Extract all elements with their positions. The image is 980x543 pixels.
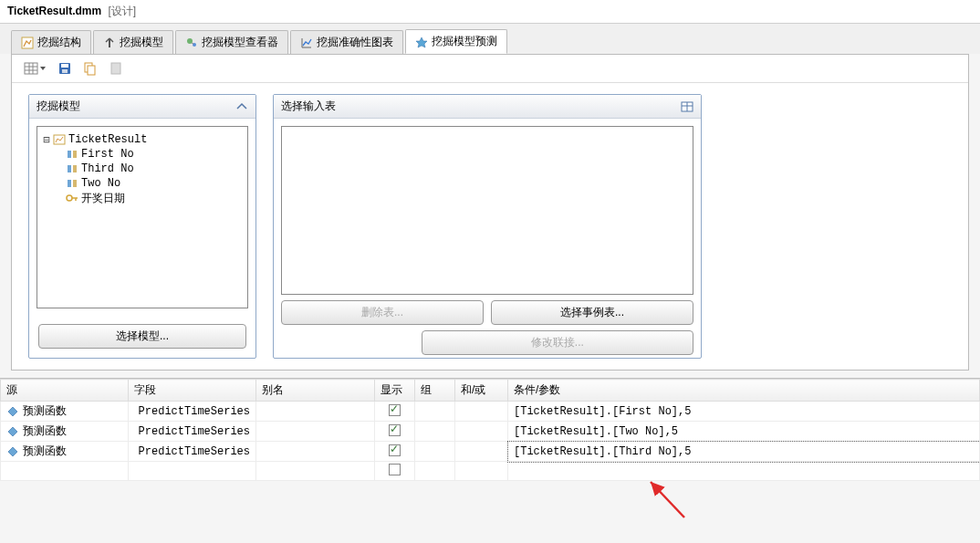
copy-button[interactable] bbox=[81, 60, 99, 77]
svg-rect-18 bbox=[68, 151, 71, 158]
collapse-icon[interactable] bbox=[235, 101, 248, 112]
criteria-cell[interactable]: [TicketResult].[First No],5 bbox=[508, 402, 980, 422]
window-title: TicketResult.dmm bbox=[7, 5, 101, 17]
alias-cell[interactable] bbox=[256, 422, 375, 442]
doc-icon bbox=[109, 61, 122, 76]
field-cell[interactable]: fPredictTimeSeries bbox=[134, 445, 250, 458]
criteria-cell[interactable]: [TicketResult].[Two No],5 bbox=[508, 422, 980, 442]
tree-item[interactable]: Third No bbox=[41, 162, 244, 176]
andor-cell[interactable] bbox=[455, 442, 508, 462]
source-cell[interactable]: 预测函数 bbox=[6, 444, 122, 459]
col-source[interactable]: 源 bbox=[1, 380, 129, 402]
column-icon bbox=[65, 177, 79, 190]
tab-label: 挖掘模型预测 bbox=[432, 34, 497, 49]
col-show[interactable]: 显示 bbox=[375, 380, 415, 402]
svg-marker-34 bbox=[8, 447, 17, 456]
tab-mining-viewer[interactable]: 挖掘模型查看器 bbox=[175, 30, 288, 54]
window-title-bar: TicketResult.dmm [设计] bbox=[0, 0, 980, 24]
key-icon bbox=[65, 192, 79, 204]
tree-item[interactable]: First No bbox=[41, 147, 244, 162]
grid-row[interactable]: 预测函数fPredictTimeSeries[TicketResult].[Tw… bbox=[1, 422, 980, 442]
tree-item-label: First No bbox=[81, 147, 134, 162]
svg-marker-5 bbox=[416, 37, 427, 47]
col-criteria[interactable]: 条件/参数 bbox=[508, 380, 980, 402]
alias-cell[interactable] bbox=[256, 402, 375, 422]
svg-rect-6 bbox=[25, 63, 37, 74]
tab-mining-prediction[interactable]: 挖掘模型预测 bbox=[405, 29, 507, 54]
source-cell[interactable]: 预测函数 bbox=[6, 403, 122, 419]
tab-accuracy-chart[interactable]: 挖掘准确性图表 bbox=[290, 30, 403, 54]
grid-row[interactable]: 预测函数fPredictTimeSeries[TicketResult].[Th… bbox=[1, 442, 980, 462]
tab-label: 挖掘模型 bbox=[120, 35, 163, 50]
show-cell[interactable] bbox=[375, 402, 415, 422]
svg-line-4 bbox=[192, 43, 193, 44]
tab-mining-structure[interactable]: 挖掘结构 bbox=[11, 30, 91, 54]
show-cell[interactable] bbox=[375, 422, 415, 442]
svg-point-24 bbox=[67, 195, 72, 201]
svg-rect-0 bbox=[22, 37, 33, 48]
field-cell[interactable]: fPredictTimeSeries bbox=[134, 425, 250, 438]
alias-cell[interactable] bbox=[256, 442, 375, 462]
save-icon bbox=[57, 61, 72, 76]
tree-item[interactable]: Two No bbox=[41, 176, 244, 191]
group-cell[interactable] bbox=[415, 442, 455, 462]
field-cell[interactable]: fPredictTimeSeries bbox=[134, 405, 250, 418]
save-button[interactable] bbox=[56, 60, 74, 77]
group-cell[interactable] bbox=[415, 402, 455, 422]
svg-rect-21 bbox=[73, 165, 77, 172]
delete-table-button: 删除表... bbox=[281, 300, 484, 325]
criteria-cell[interactable]: [TicketResult].[Third No],5 bbox=[508, 442, 980, 462]
svg-rect-22 bbox=[68, 180, 71, 187]
svg-rect-23 bbox=[73, 180, 77, 187]
andor-cell[interactable] bbox=[455, 402, 508, 422]
select-model-button[interactable]: 选择模型... bbox=[38, 324, 246, 349]
grid-icon bbox=[24, 62, 38, 75]
svg-marker-30 bbox=[8, 407, 17, 416]
tree-item-label: Third No bbox=[81, 162, 134, 176]
modify-join-button: 修改联接... bbox=[422, 330, 693, 355]
tab-label: 挖掘结构 bbox=[37, 35, 81, 50]
svg-rect-20 bbox=[68, 165, 71, 172]
tab-mining-model[interactable]: 挖掘模型 bbox=[93, 30, 173, 54]
panel-title: 选择输入表 bbox=[281, 99, 336, 114]
col-group[interactable]: 组 bbox=[415, 380, 455, 402]
select-case-table-button[interactable]: 选择事例表... bbox=[491, 300, 693, 325]
column-icon bbox=[65, 148, 79, 161]
input-table-area[interactable] bbox=[281, 126, 693, 295]
mining-model-panel: 挖掘模型 ⊟ TicketResult bbox=[28, 94, 256, 359]
source-cell[interactable]: 预测函数 bbox=[6, 423, 122, 439]
table-corner-icon[interactable] bbox=[681, 101, 693, 112]
grid-row-empty[interactable] bbox=[1, 462, 980, 481]
svg-rect-15 bbox=[88, 66, 95, 75]
svg-rect-16 bbox=[111, 63, 120, 74]
model-tree[interactable]: ⊟ TicketResult First No Third N bbox=[36, 126, 248, 308]
tree-root[interactable]: ⊟ TicketResult bbox=[41, 132, 244, 147]
expand-icon[interactable]: ⊟ bbox=[41, 132, 52, 147]
model-icon bbox=[103, 37, 116, 49]
andor-cell[interactable] bbox=[455, 422, 508, 442]
copy-icon bbox=[83, 61, 98, 76]
tab-label: 挖掘模型查看器 bbox=[202, 35, 278, 50]
col-alias[interactable]: 别名 bbox=[256, 380, 375, 402]
tab-bar: 挖掘结构 挖掘模型 挖掘模型查看器 挖掘准确性图表 挖掘模型预测 bbox=[0, 24, 980, 54]
prediction-icon bbox=[415, 36, 428, 48]
tree-item-label: 开奖日期 bbox=[81, 191, 125, 205]
svg-rect-12 bbox=[61, 64, 68, 68]
view-dropdown[interactable] bbox=[21, 60, 48, 77]
svg-marker-32 bbox=[8, 427, 17, 436]
col-field[interactable]: 字段 bbox=[129, 380, 256, 402]
tree-item[interactable]: 开奖日期 bbox=[41, 191, 244, 205]
chart-icon bbox=[300, 37, 313, 49]
col-andor[interactable]: 和/或 bbox=[455, 380, 508, 402]
grid-row[interactable]: 预测函数fPredictTimeSeries[TicketResult].[Fi… bbox=[1, 402, 980, 422]
show-cell[interactable] bbox=[375, 442, 415, 462]
svg-rect-19 bbox=[73, 151, 77, 158]
input-table-panel: 选择输入表 删除表... 选择事例表... 修改联接... bbox=[273, 94, 702, 359]
panel-title: 挖掘模型 bbox=[36, 99, 80, 114]
svg-rect-13 bbox=[62, 69, 68, 73]
tree-item-label: Two No bbox=[81, 176, 120, 191]
tab-label: 挖掘准确性图表 bbox=[317, 35, 393, 50]
group-cell[interactable] bbox=[415, 422, 455, 442]
model-root-icon bbox=[52, 133, 67, 146]
window-mode: [设计] bbox=[109, 5, 137, 17]
